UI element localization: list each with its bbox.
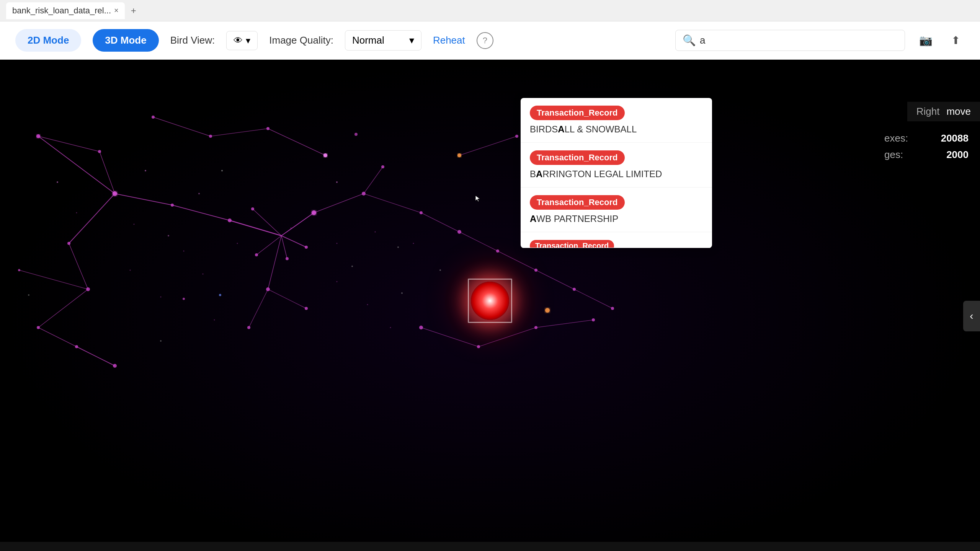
svg-line-31 — [574, 289, 612, 308]
share-button[interactable]: ⬆ — [946, 31, 965, 50]
camera-icon: 📷 — [919, 34, 933, 47]
search-area: 🔍 — [675, 30, 905, 51]
help-button[interactable]: ? — [477, 32, 493, 49]
browser-chrome: bank_risk_loan_data_rel... × + — [0, 0, 980, 21]
svg-line-7 — [38, 328, 77, 347]
result-name: BIRDSALL & SNOWBALL — [530, 124, 703, 135]
search-dropdown: Transaction_Record BIRDSALL & SNOWBALL T… — [521, 98, 712, 248]
svg-point-69 — [534, 326, 537, 329]
2d-mode-button[interactable]: 2D Mode — [15, 29, 81, 52]
image-quality-value: Normal — [352, 34, 384, 46]
edges-count-row: ges: 2000 — [884, 149, 969, 161]
vertex-value: 20088 — [941, 132, 969, 144]
3d-mode-button[interactable]: 3D Mode — [93, 29, 158, 52]
eye-icon: 👁 — [234, 35, 243, 46]
svg-point-37 — [113, 191, 117, 196]
svg-point-85 — [397, 246, 399, 248]
svg-point-98 — [160, 297, 162, 298]
svg-point-55 — [251, 207, 254, 210]
result-name: BARRINGTON LEGAL LIMITED — [530, 169, 703, 179]
svg-line-13 — [172, 205, 230, 220]
svg-line-26 — [268, 289, 306, 308]
right-header-direction: Right — [916, 106, 940, 117]
svg-line-10 — [211, 129, 268, 136]
svg-point-59 — [457, 230, 461, 234]
image-quality-label: Image Quality: — [269, 34, 333, 46]
svg-point-95 — [375, 231, 376, 233]
svg-point-79 — [168, 235, 169, 236]
svg-line-17 — [281, 236, 287, 259]
svg-point-50 — [228, 218, 232, 222]
browser-tab[interactable]: bank_risk_loan_data_rel... × — [6, 2, 125, 19]
svg-point-76 — [145, 170, 146, 171]
svg-line-9 — [153, 117, 211, 136]
toolbar: 2D Mode 3D Mode Bird View: 👁 ▾ Image Qua… — [0, 21, 980, 60]
svg-point-60 — [457, 153, 461, 157]
svg-line-28 — [459, 232, 498, 251]
collapse-panel-button[interactable]: ‹ — [963, 301, 980, 331]
edges-label: ges: — [884, 149, 903, 161]
svg-point-99 — [214, 320, 215, 321]
center-node-border — [468, 279, 512, 323]
search-input[interactable] — [700, 34, 898, 46]
svg-point-101 — [367, 304, 368, 305]
svg-point-84 — [351, 266, 353, 267]
svg-point-68 — [477, 345, 480, 348]
chevron-down-icon: ▾ — [409, 34, 414, 46]
svg-point-38 — [67, 242, 70, 245]
center-node-glow — [471, 282, 509, 320]
svg-line-27 — [459, 136, 517, 155]
search-icon: 🔍 — [683, 34, 696, 47]
video-controls: ▶ 0:05 / 0:05 🔊 ⛶ ⋮ — [0, 542, 980, 551]
svg-point-88 — [76, 212, 77, 214]
svg-line-11 — [268, 129, 325, 155]
svg-point-86 — [439, 269, 441, 271]
svg-line-21 — [364, 167, 383, 194]
svg-point-35 — [36, 134, 40, 138]
svg-point-67 — [419, 326, 423, 329]
tab-close-button[interactable]: × — [114, 6, 119, 15]
image-quality-select[interactable]: Normal ▾ — [345, 30, 421, 51]
svg-point-92 — [237, 243, 238, 244]
svg-line-5 — [19, 270, 88, 289]
result-name: AWB PARTNERSHIP — [530, 214, 703, 224]
svg-line-32 — [421, 328, 479, 347]
center-node[interactable] — [471, 282, 509, 320]
svg-line-3 — [69, 194, 115, 243]
svg-point-42 — [75, 345, 78, 348]
svg-line-12 — [115, 194, 172, 205]
reheat-button[interactable]: Reheat — [433, 34, 465, 46]
svg-point-89 — [134, 224, 135, 225]
result-tag: Transaction_Record — [530, 106, 625, 120]
visualization-area[interactable]: Transaction_Record BIRDSALL & SNOWBALL T… — [0, 60, 980, 551]
search-result-item[interactable]: Transaction_Record — [521, 232, 712, 248]
svg-point-49 — [171, 204, 174, 207]
svg-point-80 — [221, 170, 223, 171]
svg-point-61 — [515, 135, 518, 138]
svg-point-87 — [401, 292, 403, 294]
chevron-left-icon: ‹ — [970, 310, 973, 322]
svg-point-94 — [336, 243, 338, 244]
svg-point-63 — [266, 287, 270, 291]
svg-point-83 — [160, 340, 162, 342]
svg-point-74 — [611, 307, 614, 310]
svg-point-96 — [413, 243, 414, 244]
tab-title: bank_risk_loan_data_rel... — [12, 6, 111, 16]
new-tab-button[interactable]: + — [128, 4, 139, 18]
svg-point-70 — [592, 318, 595, 321]
search-result-item[interactable]: Transaction_Record AWB PARTNERSHIP — [521, 187, 712, 232]
svg-line-15 — [281, 213, 314, 236]
bird-view-button[interactable]: 👁 ▾ — [226, 31, 258, 50]
search-result-item[interactable]: Transaction_Record BARRINGTON LEGAL LIMI… — [521, 143, 712, 187]
edges-value: 2000 — [946, 149, 969, 161]
svg-point-47 — [323, 153, 327, 157]
svg-point-39 — [86, 287, 90, 291]
svg-point-73 — [573, 288, 576, 291]
screenshot-button[interactable]: 📷 — [916, 31, 935, 50]
svg-point-62 — [545, 308, 550, 313]
svg-line-20 — [314, 194, 364, 213]
svg-point-102 — [390, 327, 391, 328]
right-panel-header: Right move — [907, 102, 980, 121]
svg-point-64 — [247, 326, 250, 329]
search-result-item[interactable]: Transaction_Record BIRDSALL & SNOWBALL — [521, 98, 712, 143]
